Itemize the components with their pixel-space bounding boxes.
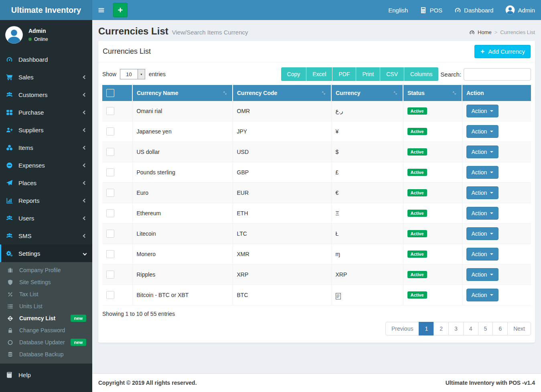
action-button[interactable]: Action	[466, 289, 499, 301]
row-checkbox[interactable]	[106, 189, 114, 197]
sidebar-item-reports[interactable]: Reports	[0, 192, 92, 209]
sidebar-item-customers[interactable]: Customers	[0, 86, 92, 103]
column-header-currency-code[interactable]: Currency Code	[237, 90, 277, 96]
missing-glyph-box: 20BF	[336, 293, 341, 299]
sidebar-item-currency-list[interactable]: Currency List new	[0, 312, 92, 324]
pagination-page-2[interactable]: 2	[434, 322, 449, 335]
pagination-page-4[interactable]: 4	[463, 322, 478, 335]
add-currency-button[interactable]: Add Currency	[474, 45, 531, 58]
sidebar-item-units-list[interactable]: Units List	[0, 300, 92, 312]
sidebar-item-help[interactable]: Help	[0, 366, 92, 384]
column-header-currency[interactable]: Currency	[336, 90, 360, 96]
sidebar-item-tax-list[interactable]: Tax List	[0, 288, 92, 300]
sidebar-item-site-settings[interactable]: Site Settings	[0, 276, 92, 288]
action-button[interactable]: Action	[466, 248, 499, 261]
sidebar-item-sales[interactable]: Sales	[0, 68, 92, 86]
action-button[interactable]: Action	[466, 186, 499, 199]
sidebar-item-purchase[interactable]: Purchase	[0, 103, 92, 121]
sidebar-item-database-updater[interactable]: Database Updater new	[0, 336, 92, 348]
columns-button[interactable]: Columns	[404, 67, 438, 81]
nav-dashboard[interactable]: Dashboard	[448, 0, 499, 20]
pagination-previous[interactable]: Previous	[385, 322, 419, 335]
row-checkbox[interactable]	[106, 168, 114, 176]
status-badge: Active	[407, 148, 427, 156]
column-header-status[interactable]: Status	[407, 90, 425, 96]
caret-down-icon	[490, 131, 493, 132]
row-checkbox[interactable]	[106, 107, 114, 115]
minus-circle-icon	[6, 162, 14, 169]
grid-icon	[6, 109, 14, 116]
settings-submenu: Company Profile Site Settings Tax List U…	[0, 262, 92, 364]
nav-user-menu[interactable]: Admin	[499, 0, 541, 20]
column-header-currency-name[interactable]: Currency Name	[137, 90, 178, 96]
copy-button[interactable]: Copy	[281, 67, 307, 81]
action-button[interactable]: Action	[466, 166, 499, 179]
search-input[interactable]	[464, 68, 531, 81]
app-logo[interactable]: Ultimate Inventory	[0, 0, 92, 20]
sidebar-item-suppliers[interactable]: Suppliers	[0, 121, 92, 139]
pagination-next[interactable]: Next	[507, 322, 531, 335]
shield-icon	[7, 279, 15, 285]
pagination-page-3[interactable]: 3	[448, 322, 464, 335]
sidebar-item-users[interactable]: Users	[0, 209, 92, 227]
sidebar-item-change-password[interactable]: Change Password	[0, 324, 92, 336]
list-icon	[7, 303, 15, 309]
currency-name-cell: Japanese yen	[132, 121, 233, 142]
nav-language[interactable]: English	[382, 0, 414, 20]
gauge-icon	[454, 7, 461, 14]
currency-symbol-cell: ɱ	[331, 244, 403, 265]
currency-symbol-cell: 20BF	[331, 285, 403, 305]
breadcrumb-home[interactable]: Home	[478, 29, 492, 35]
user-plus-icon	[6, 127, 14, 133]
action-button[interactable]: Action	[466, 125, 499, 138]
quick-add-button[interactable]	[113, 3, 128, 17]
row-checkbox[interactable]	[106, 230, 114, 238]
pagination-page-6[interactable]: 6	[492, 322, 508, 335]
action-button[interactable]: Action	[466, 207, 499, 220]
sort-icon[interactable]	[320, 90, 327, 96]
sidebar-item-expenses[interactable]: Expenses	[0, 156, 92, 174]
sidebar-item-database-backup[interactable]: Database Backup	[0, 348, 92, 360]
row-checkbox[interactable]	[106, 148, 114, 156]
row-checkbox[interactable]	[106, 127, 114, 135]
csv-button[interactable]: CSV	[380, 67, 404, 81]
pdf-button[interactable]: PDF	[332, 67, 356, 81]
sidebar-item-dashboard[interactable]: Dashboard	[0, 51, 92, 68]
action-button[interactable]: Action	[466, 145, 499, 158]
sidebar-item-settings[interactable]: Settings	[0, 244, 92, 262]
chevron-left-icon	[83, 145, 87, 150]
sidebar-item-items[interactable]: Items	[0, 139, 92, 156]
print-button[interactable]: Print	[356, 67, 380, 81]
action-button[interactable]: Action	[466, 227, 499, 240]
sort-icon[interactable]	[451, 90, 458, 96]
paper-plane-icon	[6, 180, 14, 186]
pagination-page-5[interactable]: 5	[478, 322, 493, 335]
sort-icon[interactable]	[392, 90, 399, 96]
sidebar-toggle-button[interactable]	[92, 0, 110, 20]
briefcase-icon	[7, 267, 15, 273]
nav-pos[interactable]: POS	[414, 0, 448, 20]
sidebar-item-label: Units List	[19, 303, 43, 309]
action-button[interactable]: Action	[466, 268, 499, 281]
sidebar-item-label: Database Backup	[19, 351, 64, 358]
row-checkbox[interactable]	[106, 250, 114, 258]
sidebar-item-sms[interactable]: SMS	[0, 227, 92, 244]
currencies-panel: Currencies List Add Currency Show 10 ▼ e…	[98, 41, 535, 343]
select-all-checkbox[interactable]	[106, 89, 114, 97]
excel-button[interactable]: Excel	[306, 67, 332, 81]
bar-chart-icon	[6, 197, 14, 204]
top-navbar: Ultimate Inventory English POS Dashboard…	[0, 0, 541, 20]
breadcrumb-current: Currencies List	[500, 29, 535, 35]
sort-icon[interactable]	[222, 90, 228, 96]
sidebar-item-label: Company Profile	[19, 267, 61, 273]
sidebar-item-places[interactable]: Places	[0, 174, 92, 192]
row-checkbox[interactable]	[106, 291, 114, 299]
currency-name-cell: Pounds sterling	[132, 162, 233, 183]
caret-down-icon	[490, 110, 493, 112]
action-button[interactable]: Action	[466, 105, 499, 117]
row-checkbox[interactable]	[106, 271, 114, 279]
row-checkbox[interactable]	[106, 209, 114, 217]
sidebar-item-company-profile[interactable]: Company Profile	[0, 264, 92, 276]
page-size-select[interactable]: 10 ▼	[120, 69, 145, 79]
pagination-page-1[interactable]: 1	[419, 322, 434, 335]
